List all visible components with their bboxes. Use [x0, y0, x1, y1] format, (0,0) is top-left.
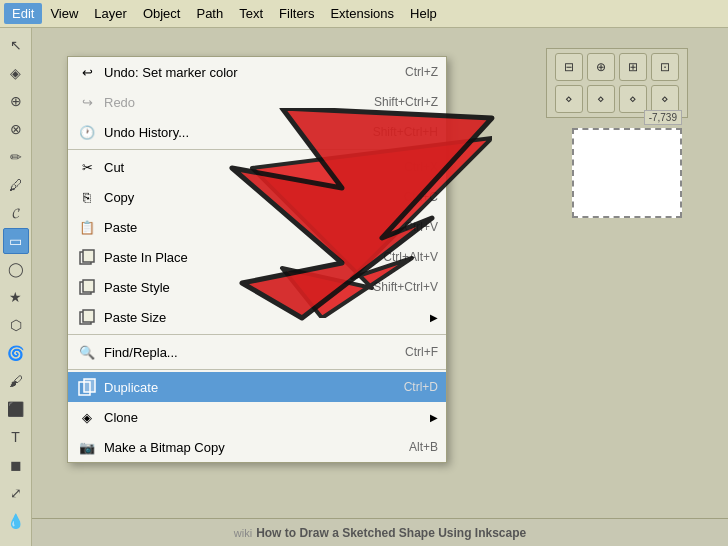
bitmap-copy-shortcut: Alt+B — [409, 440, 438, 454]
tool-pen[interactable]: 🖊 — [3, 172, 29, 198]
tool-paint[interactable]: 🖌 — [3, 368, 29, 394]
menu-layer[interactable]: Layer — [86, 3, 135, 24]
tool-select[interactable]: ↖ — [3, 32, 29, 58]
zoom-in-icon[interactable]: ⊕ — [587, 53, 615, 81]
undo-history-icon: 🕐 — [76, 121, 98, 143]
find-shortcut: Ctrl+F — [405, 345, 438, 359]
paste-shortcut: Ctrl+V — [404, 220, 438, 234]
zoom-page-icon[interactable]: ⊡ — [651, 53, 679, 81]
tool-spiral[interactable]: 🌀 — [3, 340, 29, 366]
paste-style-label: Paste Style — [104, 280, 353, 295]
menubar: Edit View Layer Object Path Text Filters… — [0, 0, 728, 28]
menu-item-undo-history[interactable]: 🕐 Undo History... Shift+Ctrl+H — [68, 117, 446, 147]
main-area: ↖ ◈ ⊕ ⊗ ✏ 🖊 𝓒 ▭ ◯ ★ ⬡ 🌀 🖌 ⬛ T ◼ ⤢ 💧 ↩ Un… — [0, 28, 728, 546]
menu-item-duplicate[interactable]: Duplicate Ctrl+D — [68, 372, 446, 402]
menu-item-paste-size[interactable]: Paste Size ▶ — [68, 302, 446, 332]
separator-1 — [68, 149, 446, 150]
paste-in-place-shortcut: Ctrl+Alt+V — [383, 250, 438, 264]
separator-3 — [68, 369, 446, 370]
menu-path[interactable]: Path — [188, 3, 231, 24]
undo-label: Undo: Set marker color — [104, 65, 385, 80]
tool-text[interactable]: T — [3, 424, 29, 450]
cut-shortcut: Ctrl+X — [404, 160, 438, 174]
tool-ellipse[interactable]: ◯ — [3, 256, 29, 282]
tool-pencil[interactable]: ✏ — [3, 144, 29, 170]
canvas-area: ↩ Undo: Set marker color Ctrl+Z ↪ Redo S… — [32, 28, 728, 546]
bitmap-copy-icon: 📷 — [76, 436, 98, 458]
toolbar-icons-panel: ⊟ ⊕ ⊞ ⊡ ⋄ ⋄ ⋄ ⋄ — [546, 48, 688, 118]
menu-item-redo[interactable]: ↪ Redo Shift+Ctrl+Z — [68, 87, 446, 117]
tool-3d[interactable]: ⬡ — [3, 312, 29, 338]
menu-extensions[interactable]: Extensions — [322, 3, 402, 24]
tool-rect[interactable]: ▭ — [3, 228, 29, 254]
copy-shortcut: Ctrl+C — [404, 190, 438, 204]
menu-item-cut[interactable]: ✂ Cut Ctrl+X — [68, 152, 446, 182]
menu-item-clone[interactable]: ◈ Clone ▶ — [68, 402, 446, 432]
duplicate-label: Duplicate — [104, 380, 384, 395]
duplicate-icon — [76, 376, 98, 398]
tool-measure[interactable]: ⊗ — [3, 116, 29, 142]
svg-rect-3 — [83, 280, 94, 292]
bitmap-copy-label: Make a Bitmap Copy — [104, 440, 389, 455]
svg-rect-7 — [84, 379, 95, 392]
menu-item-undo[interactable]: ↩ Undo: Set marker color Ctrl+Z — [68, 57, 446, 87]
tool-calligraphy[interactable]: 𝓒 — [3, 200, 29, 226]
edit-menu: ↩ Undo: Set marker color Ctrl+Z ↪ Redo S… — [67, 56, 447, 463]
menu-item-find[interactable]: 🔍 Find/Repla... Ctrl+F — [68, 337, 446, 367]
tool-connector[interactable]: ⤢ — [3, 480, 29, 506]
svg-rect-1 — [83, 250, 94, 262]
cut-label: Cut — [104, 160, 384, 175]
copy-icon: ⎘ — [76, 186, 98, 208]
tool-zoom[interactable]: ⊕ — [3, 88, 29, 114]
clone-arrow: ▶ — [430, 412, 438, 423]
toolbar-icon-row-2: ⋄ ⋄ ⋄ ⋄ — [555, 85, 679, 113]
menu-object[interactable]: Object — [135, 3, 189, 24]
find-label: Find/Repla... — [104, 345, 385, 360]
zoom-fit-icon[interactable]: ⊟ — [555, 53, 583, 81]
tool-node[interactable]: ◈ — [3, 60, 29, 86]
menu-filters[interactable]: Filters — [271, 3, 322, 24]
tool-gradient[interactable]: ◼ — [3, 452, 29, 478]
undo-shortcut: Ctrl+Z — [405, 65, 438, 79]
menu-edit[interactable]: Edit — [4, 3, 42, 24]
clone-label: Clone — [104, 410, 406, 425]
paste-size-icon — [76, 306, 98, 328]
cut-icon: ✂ — [76, 156, 98, 178]
redo-icon: ↪ — [76, 91, 98, 113]
paste-style-shortcut: Shift+Ctrl+V — [373, 280, 438, 294]
zoom-1-1-icon[interactable]: ⊞ — [619, 53, 647, 81]
menu-text[interactable]: Text — [231, 3, 271, 24]
find-icon: 🔍 — [76, 341, 98, 363]
duplicate-shortcut: Ctrl+D — [404, 380, 438, 394]
wiki-article-title: How to Draw a Sketched Shape Using Inksc… — [256, 526, 526, 540]
wiki-bar: wiki How to Draw a Sketched Shape Using … — [32, 518, 728, 546]
paste-size-label: Paste Size — [104, 310, 406, 325]
ruler-coordinate: -7,739 — [644, 110, 682, 125]
menu-item-paste[interactable]: 📋 Paste Ctrl+V — [68, 212, 446, 242]
paste-in-place-icon — [76, 246, 98, 268]
tool-dropper[interactable]: 💧 — [3, 508, 29, 534]
menu-view[interactable]: View — [42, 3, 86, 24]
separator-2 — [68, 334, 446, 335]
node-type-icon-3[interactable]: ⋄ — [619, 85, 647, 113]
paste-label: Paste — [104, 220, 384, 235]
undo-history-shortcut: Shift+Ctrl+H — [373, 125, 438, 139]
node-type-icon-4[interactable]: ⋄ — [651, 85, 679, 113]
copy-label: Copy — [104, 190, 384, 205]
node-type-icon-2[interactable]: ⋄ — [587, 85, 615, 113]
left-toolbar: ↖ ◈ ⊕ ⊗ ✏ 🖊 𝓒 ▭ ◯ ★ ⬡ 🌀 🖌 ⬛ T ◼ ⤢ 💧 — [0, 28, 32, 546]
paste-in-place-label: Paste In Place — [104, 250, 363, 265]
clone-icon: ◈ — [76, 406, 98, 428]
svg-rect-5 — [83, 310, 94, 322]
node-type-icon-1[interactable]: ⋄ — [555, 85, 583, 113]
tool-fill[interactable]: ⬛ — [3, 396, 29, 422]
menu-item-bitmap-copy[interactable]: 📷 Make a Bitmap Copy Alt+B — [68, 432, 446, 462]
paste-icon: 📋 — [76, 216, 98, 238]
menu-item-copy[interactable]: ⎘ Copy Ctrl+C — [68, 182, 446, 212]
menu-item-paste-style[interactable]: Paste Style Shift+Ctrl+V — [68, 272, 446, 302]
toolbar-icon-row-1: ⊟ ⊕ ⊞ ⊡ — [555, 53, 679, 81]
tool-star[interactable]: ★ — [3, 284, 29, 310]
paste-style-icon — [76, 276, 98, 298]
menu-item-paste-in-place[interactable]: Paste In Place Ctrl+Alt+V — [68, 242, 446, 272]
menu-help[interactable]: Help — [402, 3, 445, 24]
